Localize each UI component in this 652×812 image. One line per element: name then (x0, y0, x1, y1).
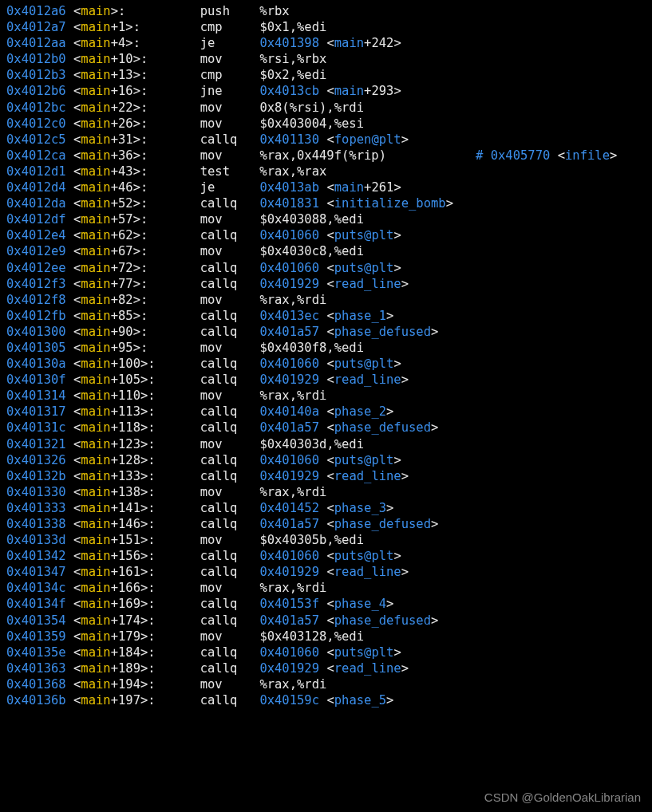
watermark-text: CSDN @GoldenOakLibrarian (484, 790, 641, 804)
disassembly-output: 0x4012a6 <main>: push %rbx 0x4012a7 <mai… (0, 0, 652, 711)
